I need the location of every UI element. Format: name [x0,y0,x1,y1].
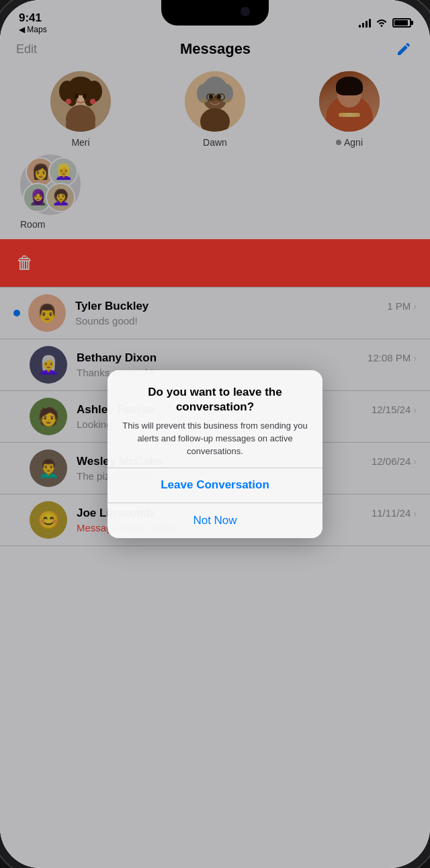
alert-title: Do you want to leave the conversation? [122,385,308,415]
phone-screen: 9:41 ◀ Maps [0,0,430,868]
alert-dialog: Do you want to leave the conversation? T… [108,370,322,538]
not-now-button[interactable]: Not Now [108,503,322,538]
alert-message: This will prevent this business from sen… [122,420,308,458]
alert-body: Do you want to leave the conversation? T… [108,370,322,468]
modal-overlay: Do you want to leave the conversation? T… [0,0,430,868]
leave-conversation-button[interactable]: Leave Conversation [108,468,322,503]
phone-frame: 9:41 ◀ Maps [0,0,430,868]
